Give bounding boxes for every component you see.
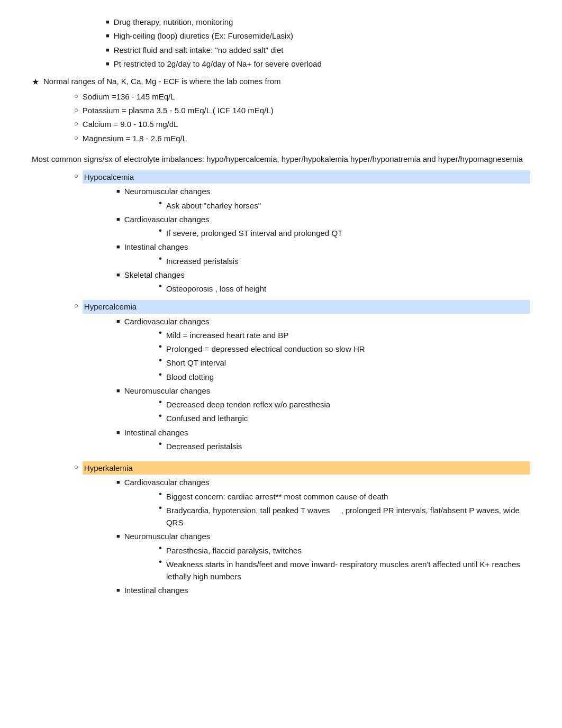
subsection-title: Intestinal changes [124,584,530,596]
subsection-title: Neuromuscular changes [124,530,530,542]
list-item: • Ask about "charley horses" [159,199,530,212]
skeletal-subsection: ■ Skeletal changes • Osteoporosis , loss… [74,269,530,295]
circle-icon: ○ [74,462,78,472]
circle-icon: ○ [74,119,78,129]
square-bullet-icon: ■ [116,428,120,437]
list-item: • Weakness starts in hands/feet and move… [159,558,530,583]
circle-icon: ○ [74,91,78,102]
bullet-text: Blood clotting [166,371,530,383]
list-item: • Biggest concern: cardiac arrest** most… [159,490,530,503]
common-signs-paragraph: Most common signs/sx of electrolyte imba… [32,153,530,165]
square-bullet-icon: ■ [106,59,110,68]
neuromuscular-subsection: ■ Neuromuscular changes • Ask about "cha… [74,185,530,212]
hypercalcemia-label: Hypercalcemia [83,300,530,313]
bullet-text: Restrict fluid and salt intake: "no adde… [114,44,530,56]
sub-bullets: • Paresthesia, flaccid paralysis, twitch… [116,544,530,583]
star-text: Normal ranges of Na, K, Ca, Mg - ECF is … [43,75,530,87]
square-bullet-icon: ■ [106,31,110,40]
list-item: • Osteoporosis , loss of height [159,283,530,295]
subsection-header: ■ Neuromuscular changes [116,185,530,197]
bullet-icon: • [159,370,162,379]
bullet-text: Decreased deep tendon reflex w/o paresth… [166,398,530,411]
list-item: • Mild = increased heart rate and BP [159,329,530,341]
subsection-header: ■ Cardiovascular changes [116,213,530,225]
bullet-text: Osteoporosis , loss of height [166,283,530,295]
bullet-icon: • [159,281,162,290]
list-item: • Short QT interval [159,357,530,369]
range-text: Sodium =136 - 145 mEq/L [83,90,530,103]
list-item: ■ Drug therapy, nutrition, monitoring [106,16,530,28]
bullet-icon: • [159,328,162,337]
range-text: Magnesium = 1.8 - 2.6 mEq/L [83,132,530,144]
list-item: ■ Pt restricted to 2g/day to 4g/day of N… [106,58,530,70]
spacer [32,454,530,461]
sub-bullets: • Osteoporosis , loss of height [116,283,530,295]
bullet-text: If severe, prolonged ST interval and pro… [166,227,530,239]
subsection-header: ■ Intestinal changes [116,426,530,439]
common-signs-text: Most common signs/sx of electrolyte imba… [32,154,523,163]
bullet-text: Ask about "charley horses" [166,199,530,212]
bullet-icon: • [159,226,162,235]
bullet-icon: • [159,543,162,552]
subsection-title: Cardiovascular changes [124,213,530,225]
circle-icon: ○ [74,301,78,311]
bullet-icon: • [159,439,162,448]
square-bullet-icon: ■ [106,17,110,26]
hypocalcemia-item: ○ Hypocalcemia [74,170,530,184]
bullet-icon: • [159,411,162,420]
hyperkalemia-label: Hyperkalemia [83,461,530,475]
bullet-text: Confused and lethargic [166,412,530,424]
list-item: ○ Sodium =136 - 145 mEq/L [74,90,530,103]
list-item: • Blood clotting [159,371,530,383]
hyperkalemia-section: ○ Hyperkalemia ■ Cardiovascular changes … [32,461,530,597]
list-item: • Bradycardia, hypotension, tall peaked … [159,504,530,529]
list-item: • Prolonged = depressed electrical condu… [159,343,530,355]
star-item: ★ Normal ranges of Na, K, Ca, Mg - ECF i… [32,75,530,89]
subsection-title: Skeletal changes [124,269,530,281]
top-bullet-section: ■ Drug therapy, nutrition, monitoring ■ … [32,16,530,70]
bullet-icon: • [159,254,162,263]
bullet-text: Drug therapy, nutrition, monitoring [114,16,530,28]
intestinal-subsection: ■ Intestinal changes • Decreased perista… [74,426,530,453]
bullet-text: Paresthesia, flaccid paralysis, twitches [166,544,530,557]
subsection-title: Neuromuscular changes [124,385,530,397]
sub-bullets: • Ask about "charley horses" [116,199,530,212]
intestinal-subsection: ■ Intestinal changes • Increased perista… [74,241,530,267]
bullet-icon: • [159,557,162,566]
hypocalcemia-section: ○ Hypocalcemia ■ Neuromuscular changes •… [32,170,530,295]
list-item: • Increased peristalsis [159,255,530,267]
sub-bullets: • Increased peristalsis [116,255,530,267]
square-bullet-icon: ■ [116,270,120,279]
subsection-header: ■ Intestinal changes [116,241,530,253]
list-item: • Decreased peristalsis [159,440,530,452]
hypercalcemia-item: ○ Hypercalcemia [74,300,530,313]
bullet-text: Bradycardia, hypotension, tall peaked T … [166,504,530,529]
square-bullet-icon: ■ [116,242,120,251]
bullet-text: Decreased peristalsis [166,440,530,452]
list-item: ○ Magnesium = 1.8 - 2.6 mEq/L [74,132,530,144]
subsection-title: Cardiovascular changes [124,476,530,488]
list-item: • Confused and lethargic [159,412,530,424]
range-text: Potassium = plasma 3.5 - 5.0 mEq/L ( ICF… [83,104,530,116]
bullet-text: Biggest concern: cardiac arrest** most c… [166,490,530,503]
neuromuscular-subsection: ■ Neuromuscular changes • Paresthesia, f… [74,530,530,583]
subsection-header: ■ Neuromuscular changes [116,530,530,542]
sub-bullets: • Biggest concern: cardiac arrest** most… [116,490,530,529]
list-item: • Paresthesia, flaccid paralysis, twitch… [159,544,530,557]
list-item: • If severe, prolonged ST interval and p… [159,227,530,239]
square-bullet-icon: ■ [106,46,110,54]
subsection-header: ■ Intestinal changes [116,584,530,596]
subsection-title: Cardiovascular changes [124,315,530,327]
list-item: ○ Calcium = 9.0 - 10.5 mg/dL [74,118,530,130]
bullet-icon: • [159,397,162,406]
circle-icon: ○ [74,133,78,143]
subsection-title: Intestinal changes [124,426,530,439]
list-item: ■ Restrict fluid and salt intake: "no ad… [106,44,530,56]
square-bullet-icon: ■ [116,586,120,595]
square-bullet-icon: ■ [116,215,120,224]
neuromuscular-subsection: ■ Neuromuscular changes • Decreased deep… [74,385,530,425]
bullet-text: Increased peristalsis [166,255,530,267]
subsection-header: ■ Cardiovascular changes [116,315,530,327]
bullet-text: Weakness starts in hands/feet and move i… [166,558,530,583]
bullet-text: Mild = increased heart rate and BP [166,329,530,341]
